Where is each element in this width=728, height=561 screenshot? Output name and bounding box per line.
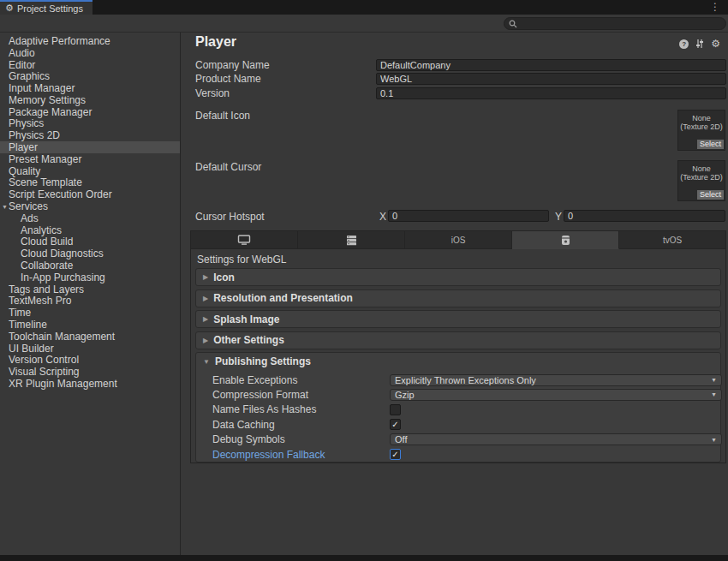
sidebar-item-time[interactable]: Time <box>0 307 180 319</box>
decompression-fallback-checkbox[interactable]: ✓ <box>390 449 401 460</box>
sidebar-item-label: Input Manager <box>9 82 75 94</box>
publishing-settings-title: Publishing Settings <box>215 355 311 367</box>
presets-icon[interactable] <box>695 39 705 49</box>
foldout-splash-image[interactable]: ▶Splash Image <box>195 310 721 328</box>
row-label: Enable Exceptions <box>212 374 297 386</box>
compression-format-dropdown[interactable]: Gzip▼ <box>390 389 722 401</box>
foldout-label: Icon <box>213 272 235 283</box>
project-settings-window: ⚙ Project Settings ⋮ Adaptive Performanc… <box>0 0 728 561</box>
platform-tab-tvos[interactable]: tvOS <box>619 231 725 249</box>
sidebar-item-label: Package Manager <box>9 106 92 118</box>
sidebar-item-physics[interactable]: Physics <box>0 118 180 130</box>
sidebar-item-input-manager[interactable]: Input Manager <box>0 82 180 94</box>
sidebar-item-label: Version Control <box>9 354 79 366</box>
data-caching-checkbox[interactable]: ✓ <box>390 419 401 430</box>
hotspot-x-input[interactable] <box>388 210 549 222</box>
cursor-hotspot-label: Cursor Hotspot <box>195 211 265 223</box>
sidebar-item-cloud-build[interactable]: Cloud Build <box>0 236 180 248</box>
sidebar-item-memory-settings[interactable]: Memory Settings <box>0 94 180 106</box>
sidebar-item-graphics[interactable]: Graphics <box>0 70 180 82</box>
default-cursor-none: None <box>678 164 725 173</box>
sidebar-item-analytics[interactable]: Analytics <box>0 224 180 236</box>
sidebar-item-visual-scripting[interactable]: Visual Scripting <box>0 366 180 378</box>
publishing-row-compression-format: Compression FormatGzip▼ <box>196 387 722 402</box>
platform-tab-webgl[interactable] <box>512 231 619 249</box>
sidebar-item-adaptive-performance[interactable]: Adaptive Performance <box>0 35 180 47</box>
row-label: Data Caching <box>212 419 275 431</box>
chevron-down-icon[interactable]: ▼ <box>2 204 9 210</box>
default-icon-label: Default Icon <box>195 110 250 122</box>
sidebar-item-xr-plugin-management[interactable]: XR Plugin Management <box>0 378 180 390</box>
default-cursor-label: Default Cursor <box>195 161 261 173</box>
enable-exceptions-dropdown[interactable]: Explicitly Thrown Exceptions Only▼ <box>390 374 722 386</box>
sidebar-item-quality[interactable]: Quality <box>0 165 180 177</box>
platform-settings-box: iOStvOS Settings for WebGL ▶Icon▶Resolut… <box>190 230 726 463</box>
sidebar-item-collaborate[interactable]: Collaborate <box>0 260 180 272</box>
tab-project-settings[interactable]: ⚙ Project Settings <box>0 0 92 15</box>
help-icon[interactable]: ? <box>679 39 689 49</box>
sidebar-item-label: Timeline <box>9 319 47 331</box>
platform-tab-ios[interactable]: iOS <box>405 231 512 249</box>
sidebar-item-label: Toolchain Management <box>9 331 115 343</box>
sidebar-item-physics-2d[interactable]: Physics 2D <box>0 129 180 141</box>
name-files-as-hashes-checkbox[interactable] <box>390 404 401 415</box>
settings-gear-icon[interactable]: ⚙ <box>711 39 720 49</box>
chevron-right-icon: ▶ <box>203 315 208 323</box>
default-icon-none: None <box>678 114 725 122</box>
sidebar-item-toolchain-management[interactable]: Toolchain Management <box>0 331 180 343</box>
foldout-other-settings[interactable]: ▶Other Settings <box>195 331 721 349</box>
toolbar <box>0 15 728 33</box>
sidebar-item-label: Memory Settings <box>9 94 86 106</box>
sidebar-item-services[interactable]: ▼Services <box>0 200 180 212</box>
sidebar-item-label: In-App Purchasing <box>21 272 105 283</box>
sidebar-item-version-control[interactable]: Version Control <box>0 355 180 367</box>
sidebar-item-ui-builder[interactable]: UI Builder <box>0 343 180 355</box>
monitor-icon <box>237 235 251 246</box>
sidebar-item-preset-manager[interactable]: Preset Manager <box>0 153 180 165</box>
kebab-menu-icon[interactable]: ⋮ <box>710 1 720 14</box>
product-name-input[interactable] <box>376 73 726 85</box>
platform-tab-monitor[interactable] <box>191 231 298 249</box>
settings-for-label: Settings for WebGL <box>197 254 287 266</box>
hotspot-x-label: X <box>379 211 386 223</box>
search-box[interactable] <box>504 17 726 30</box>
sidebar-item-label: Graphics <box>9 70 50 82</box>
sidebar-item-label: Time <box>9 307 31 319</box>
foldout-icon[interactable]: ▶Icon <box>195 268 721 286</box>
sidebar-item-in-app-purchasing[interactable]: In-App Purchasing <box>0 272 180 283</box>
sidebar-item-scene-template[interactable]: Scene Template <box>0 177 180 189</box>
window-bottom-edge <box>0 555 728 561</box>
sidebar-item-package-manager[interactable]: Package Manager <box>0 106 180 118</box>
default-cursor-select-button[interactable]: Select <box>697 190 724 200</box>
sidebar-item-timeline[interactable]: Timeline <box>0 319 180 331</box>
sidebar-item-tags-and-layers[interactable]: Tags and Layers <box>0 283 180 295</box>
foldout-resolution-and-presentation[interactable]: ▶Resolution and Presentation <box>195 289 721 307</box>
sidebar-item-script-execution-order[interactable]: Script Execution Order <box>0 188 180 200</box>
default-icon-select-button[interactable]: Select <box>697 140 724 149</box>
default-cursor-texture-well[interactable]: None (Texture 2D) Select <box>677 160 725 201</box>
default-icon-texture-well[interactable]: None (Texture 2D) Select <box>677 110 725 151</box>
sidebar-item-label: Tags and Layers <box>9 283 84 295</box>
search-input[interactable] <box>520 19 721 29</box>
platform-tab-server[interactable] <box>298 231 405 249</box>
foldout-publishing-settings[interactable]: ▼Publishing Settings <box>196 353 720 370</box>
page-title: Player <box>195 34 236 50</box>
sidebar-item-cloud-diagnostics[interactable]: Cloud Diagnostics <box>0 248 180 260</box>
sidebar-item-label: Visual Scripting <box>9 366 80 378</box>
server-icon <box>346 235 357 246</box>
sidebar-item-label: UI Builder <box>9 343 54 355</box>
sidebar-item-editor[interactable]: Editor <box>0 59 180 71</box>
sidebar-item-player[interactable]: Player <box>0 141 180 153</box>
version-input[interactable] <box>376 87 726 99</box>
sidebar-item-label: Cloud Diagnostics <box>21 248 104 260</box>
hotspot-y-input[interactable] <box>564 210 725 222</box>
company-name-input[interactable] <box>376 59 726 71</box>
sidebar-item-audio[interactable]: Audio <box>0 47 180 59</box>
gear-icon: ⚙ <box>5 3 14 13</box>
sidebar-item-label: Script Execution Order <box>9 188 112 200</box>
debug-symbols-dropdown[interactable]: Off▼ <box>390 433 722 445</box>
row-label: Name Files As Hashes <box>212 403 316 415</box>
window-body: Adaptive PerformanceAudioEditorGraphicsI… <box>0 33 728 555</box>
sidebar-item-ads[interactable]: Ads <box>0 212 180 224</box>
sidebar-item-textmesh-pro[interactable]: TextMesh Pro <box>0 295 180 307</box>
